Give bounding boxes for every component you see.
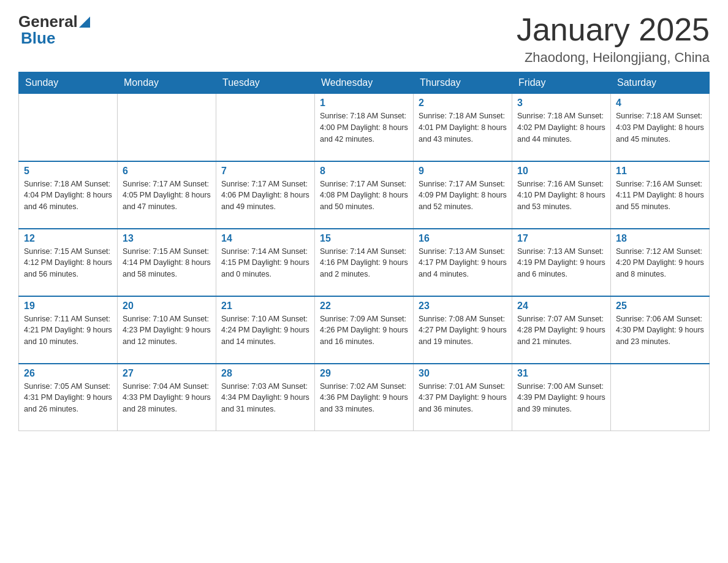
calendar-cell: 19Sunrise: 7:11 AM Sunset: 4:21 PM Dayli… xyxy=(19,296,118,364)
calendar-cell: 31Sunrise: 7:00 AM Sunset: 4:39 PM Dayli… xyxy=(512,364,611,431)
calendar-cell: 13Sunrise: 7:15 AM Sunset: 4:14 PM Dayli… xyxy=(118,229,216,296)
day-info: Sunrise: 7:13 AM Sunset: 4:17 PM Dayligh… xyxy=(419,246,507,280)
day-number: 26 xyxy=(24,368,112,379)
calendar-cell: 20Sunrise: 7:10 AM Sunset: 4:23 PM Dayli… xyxy=(118,296,216,364)
day-number: 28 xyxy=(221,368,309,379)
week-row-5: 26Sunrise: 7:05 AM Sunset: 4:31 PM Dayli… xyxy=(19,364,710,431)
day-info: Sunrise: 7:08 AM Sunset: 4:27 PM Dayligh… xyxy=(419,313,507,348)
calendar-cell: 7Sunrise: 7:17 AM Sunset: 4:06 PM Daylig… xyxy=(216,161,315,229)
calendar-cell: 24Sunrise: 7:07 AM Sunset: 4:28 PM Dayli… xyxy=(512,296,611,364)
day-number: 7 xyxy=(221,166,309,177)
day-info: Sunrise: 7:03 AM Sunset: 4:34 PM Dayligh… xyxy=(221,381,309,415)
day-number: 6 xyxy=(123,166,211,177)
day-info: Sunrise: 7:00 AM Sunset: 4:39 PM Dayligh… xyxy=(517,381,605,415)
logo-triangle-icon xyxy=(79,17,90,28)
calendar-cell: 21Sunrise: 7:10 AM Sunset: 4:24 PM Dayli… xyxy=(216,296,315,364)
day-number: 17 xyxy=(517,233,605,244)
day-number: 19 xyxy=(24,301,112,312)
day-info: Sunrise: 7:09 AM Sunset: 4:26 PM Dayligh… xyxy=(320,313,408,348)
calendar-cell: 3Sunrise: 7:18 AM Sunset: 4:02 PM Daylig… xyxy=(512,94,611,161)
day-number: 24 xyxy=(517,301,605,312)
day-info: Sunrise: 7:15 AM Sunset: 4:12 PM Dayligh… xyxy=(24,246,112,280)
header-day-friday: Friday xyxy=(512,72,611,94)
day-number: 14 xyxy=(221,233,309,244)
calendar-cell xyxy=(19,94,118,161)
calendar-body: 1Sunrise: 7:18 AM Sunset: 4:00 PM Daylig… xyxy=(19,94,710,431)
day-info: Sunrise: 7:18 AM Sunset: 4:00 PM Dayligh… xyxy=(320,110,408,145)
day-number: 25 xyxy=(616,301,704,312)
day-info: Sunrise: 7:18 AM Sunset: 4:04 PM Dayligh… xyxy=(24,178,112,213)
day-number: 3 xyxy=(517,98,605,109)
day-number: 12 xyxy=(24,233,112,244)
day-info: Sunrise: 7:15 AM Sunset: 4:14 PM Dayligh… xyxy=(123,246,211,280)
calendar-cell: 14Sunrise: 7:14 AM Sunset: 4:15 PM Dayli… xyxy=(216,229,315,296)
day-info: Sunrise: 7:18 AM Sunset: 4:03 PM Dayligh… xyxy=(616,110,704,145)
page-title: January 2025 xyxy=(517,12,710,47)
calendar-cell xyxy=(118,94,216,161)
title-block: January 2025 Zhaodong, Heilongjiang, Chi… xyxy=(517,12,710,66)
calendar-header: SundayMondayTuesdayWednesdayThursdayFrid… xyxy=(19,72,710,94)
day-number: 21 xyxy=(221,301,309,312)
calendar-cell: 16Sunrise: 7:13 AM Sunset: 4:17 PM Dayli… xyxy=(414,229,512,296)
logo: General Blue xyxy=(18,12,90,48)
day-number: 29 xyxy=(320,368,408,379)
day-number: 5 xyxy=(24,166,112,177)
day-number: 1 xyxy=(320,98,408,109)
calendar-cell: 25Sunrise: 7:06 AM Sunset: 4:30 PM Dayli… xyxy=(611,296,710,364)
calendar-cell: 15Sunrise: 7:14 AM Sunset: 4:16 PM Dayli… xyxy=(315,229,414,296)
week-row-3: 12Sunrise: 7:15 AM Sunset: 4:12 PM Dayli… xyxy=(19,229,710,296)
header-day-thursday: Thursday xyxy=(414,72,512,94)
day-number: 16 xyxy=(419,233,507,244)
calendar-cell: 5Sunrise: 7:18 AM Sunset: 4:04 PM Daylig… xyxy=(19,161,118,229)
week-row-2: 5Sunrise: 7:18 AM Sunset: 4:04 PM Daylig… xyxy=(19,161,710,229)
calendar-cell: 8Sunrise: 7:17 AM Sunset: 4:08 PM Daylig… xyxy=(315,161,414,229)
day-number: 2 xyxy=(419,98,507,109)
calendar-cell: 12Sunrise: 7:15 AM Sunset: 4:12 PM Dayli… xyxy=(19,229,118,296)
calendar-cell: 18Sunrise: 7:12 AM Sunset: 4:20 PM Dayli… xyxy=(611,229,710,296)
day-info: Sunrise: 7:05 AM Sunset: 4:31 PM Dayligh… xyxy=(24,381,112,415)
day-number: 27 xyxy=(123,368,211,379)
week-row-4: 19Sunrise: 7:11 AM Sunset: 4:21 PM Dayli… xyxy=(19,296,710,364)
day-number: 18 xyxy=(616,233,704,244)
day-info: Sunrise: 7:10 AM Sunset: 4:23 PM Dayligh… xyxy=(123,313,211,348)
calendar-cell: 26Sunrise: 7:05 AM Sunset: 4:31 PM Dayli… xyxy=(19,364,118,431)
day-info: Sunrise: 7:06 AM Sunset: 4:30 PM Dayligh… xyxy=(616,313,704,348)
page-subtitle: Zhaodong, Heilongjiang, China xyxy=(517,50,710,66)
calendar-cell: 30Sunrise: 7:01 AM Sunset: 4:37 PM Dayli… xyxy=(414,364,512,431)
day-number: 20 xyxy=(123,301,211,312)
day-info: Sunrise: 7:04 AM Sunset: 4:33 PM Dayligh… xyxy=(123,381,211,415)
logo-blue-text: Blue xyxy=(21,29,55,48)
day-number: 9 xyxy=(419,166,507,177)
day-number: 22 xyxy=(320,301,408,312)
day-info: Sunrise: 7:14 AM Sunset: 4:16 PM Dayligh… xyxy=(320,246,408,280)
calendar-cell xyxy=(611,364,710,431)
calendar-cell: 27Sunrise: 7:04 AM Sunset: 4:33 PM Dayli… xyxy=(118,364,216,431)
day-info: Sunrise: 7:17 AM Sunset: 4:06 PM Dayligh… xyxy=(221,178,309,213)
calendar-cell: 6Sunrise: 7:17 AM Sunset: 4:05 PM Daylig… xyxy=(118,161,216,229)
header-day-monday: Monday xyxy=(118,72,216,94)
page-header: General Blue January 2025 Zhaodong, Heil… xyxy=(18,12,710,66)
calendar-cell: 10Sunrise: 7:16 AM Sunset: 4:10 PM Dayli… xyxy=(512,161,611,229)
day-info: Sunrise: 7:18 AM Sunset: 4:01 PM Dayligh… xyxy=(419,110,507,145)
calendar-cell xyxy=(216,94,315,161)
day-info: Sunrise: 7:11 AM Sunset: 4:21 PM Dayligh… xyxy=(24,313,112,348)
day-info: Sunrise: 7:13 AM Sunset: 4:19 PM Dayligh… xyxy=(517,246,605,280)
header-day-tuesday: Tuesday xyxy=(216,72,315,94)
calendar-cell: 23Sunrise: 7:08 AM Sunset: 4:27 PM Dayli… xyxy=(414,296,512,364)
calendar-cell: 22Sunrise: 7:09 AM Sunset: 4:26 PM Dayli… xyxy=(315,296,414,364)
day-number: 15 xyxy=(320,233,408,244)
calendar-cell: 28Sunrise: 7:03 AM Sunset: 4:34 PM Dayli… xyxy=(216,364,315,431)
day-info: Sunrise: 7:14 AM Sunset: 4:15 PM Dayligh… xyxy=(221,246,309,280)
day-info: Sunrise: 7:10 AM Sunset: 4:24 PM Dayligh… xyxy=(221,313,309,348)
day-number: 8 xyxy=(320,166,408,177)
calendar-table: SundayMondayTuesdayWednesdayThursdayFrid… xyxy=(18,72,710,431)
day-number: 30 xyxy=(419,368,507,379)
day-info: Sunrise: 7:16 AM Sunset: 4:11 PM Dayligh… xyxy=(616,178,704,213)
week-row-1: 1Sunrise: 7:18 AM Sunset: 4:00 PM Daylig… xyxy=(19,94,710,161)
calendar-cell: 1Sunrise: 7:18 AM Sunset: 4:00 PM Daylig… xyxy=(315,94,414,161)
calendar-cell: 4Sunrise: 7:18 AM Sunset: 4:03 PM Daylig… xyxy=(611,94,710,161)
calendar-cell: 9Sunrise: 7:17 AM Sunset: 4:09 PM Daylig… xyxy=(414,161,512,229)
day-number: 13 xyxy=(123,233,211,244)
day-info: Sunrise: 7:16 AM Sunset: 4:10 PM Dayligh… xyxy=(517,178,605,213)
calendar-cell: 29Sunrise: 7:02 AM Sunset: 4:36 PM Dayli… xyxy=(315,364,414,431)
